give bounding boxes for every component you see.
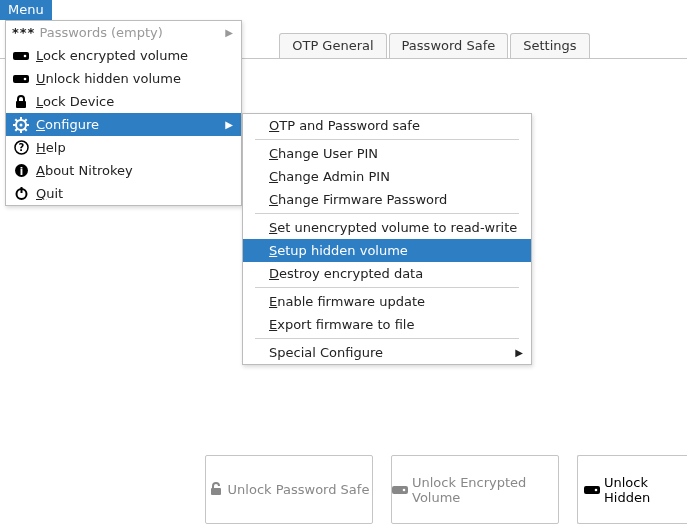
- svg-text:?: ?: [18, 142, 24, 153]
- power-icon: [12, 186, 30, 202]
- passwords-stars-icon: ***: [12, 25, 35, 40]
- submenu-set-unencrypted-rw[interactable]: Set unencrypted volume to read-write: [243, 216, 531, 239]
- info-icon: i: [12, 163, 30, 179]
- menu-separator: [255, 338, 519, 339]
- menu-label: Unlock hidden volume: [36, 71, 233, 86]
- menu-lock-encrypted[interactable]: Lock encrypted volume: [6, 44, 241, 67]
- menu-button[interactable]: Menu: [0, 0, 52, 20]
- menu-label: Setup hidden volume: [269, 243, 523, 258]
- drive-icon: [12, 71, 30, 87]
- svg-line-13: [15, 128, 17, 130]
- menu-label: Enable firmware update: [269, 294, 523, 309]
- unlock-encrypted-volume-button[interactable]: Unlock Encrypted Volume: [391, 455, 559, 524]
- menu-help[interactable]: ? Help: [6, 136, 241, 159]
- help-icon: ?: [12, 140, 30, 156]
- menu-label: Passwords (empty): [39, 25, 225, 40]
- menu-label: Destroy encrypted data: [269, 266, 523, 281]
- gear-icon: [12, 117, 30, 133]
- configure-submenu: OTP and Password safe Change User PIN Ch…: [242, 113, 532, 365]
- svg-rect-24: [584, 486, 600, 494]
- svg-point-23: [403, 488, 406, 491]
- menu-label: About Nitrokey: [36, 163, 233, 178]
- tab-settings[interactable]: Settings: [510, 33, 589, 59]
- svg-rect-21: [211, 488, 221, 495]
- button-label: Unlock Hidden: [604, 475, 687, 505]
- menu-passwords[interactable]: *** Passwords (empty) ▶: [6, 21, 241, 44]
- svg-line-11: [15, 119, 17, 121]
- menu-label: Change User PIN: [269, 146, 523, 161]
- unlock-icon: [209, 482, 224, 497]
- submenu-destroy-encrypted[interactable]: Destroy encrypted data: [243, 262, 531, 285]
- svg-point-1: [24, 54, 27, 57]
- action-button-row: Unlock Password Safe Unlock Encrypted Vo…: [205, 455, 687, 524]
- menu-label: Special Configure: [269, 345, 515, 360]
- chevron-right-icon: ▶: [515, 347, 523, 358]
- menu-label: Change Firmware Password: [269, 192, 523, 207]
- submenu-change-firmware-password[interactable]: Change Firmware Password: [243, 188, 531, 211]
- svg-rect-2: [13, 75, 29, 83]
- svg-rect-4: [16, 101, 26, 108]
- menu-label: Quit: [36, 186, 233, 201]
- menu-configure[interactable]: Configure ▶: [6, 113, 241, 136]
- tab-otp-general[interactable]: OTP General: [279, 33, 386, 59]
- lock-icon: [12, 94, 30, 110]
- submenu-otp-password-safe[interactable]: OTP and Password safe: [243, 114, 531, 137]
- drive-icon: [584, 484, 600, 496]
- menu-label: Export firmware to file: [269, 317, 523, 332]
- menu-separator: [255, 287, 519, 288]
- menu-label: Help: [36, 140, 233, 155]
- menu-label: Change Admin PIN: [269, 169, 523, 184]
- drive-icon: [392, 484, 408, 496]
- menu-unlock-hidden[interactable]: Unlock hidden volume: [6, 67, 241, 90]
- drive-icon: [12, 48, 30, 64]
- svg-line-14: [25, 119, 27, 121]
- menu-label: Configure: [36, 117, 225, 132]
- unlock-hidden-volume-button[interactable]: Unlock Hidden: [577, 455, 687, 524]
- svg-line-12: [25, 128, 27, 130]
- submenu-export-firmware[interactable]: Export firmware to file: [243, 313, 531, 336]
- menu-label: Lock encrypted volume: [36, 48, 233, 63]
- unlock-password-safe-button[interactable]: Unlock Password Safe: [205, 455, 373, 524]
- submenu-special-configure[interactable]: Special Configure ▶: [243, 341, 531, 364]
- menubar: Menu: [0, 0, 52, 20]
- main-menu-dropdown: *** Passwords (empty) ▶ Lock encrypted v…: [5, 20, 242, 206]
- menu-label: Lock Device: [36, 94, 233, 109]
- submenu-enable-firmware-update[interactable]: Enable firmware update: [243, 290, 531, 313]
- submenu-setup-hidden-volume[interactable]: Setup hidden volume: [243, 239, 531, 262]
- button-label: Unlock Password Safe: [228, 482, 370, 497]
- chevron-right-icon: ▶: [225, 119, 233, 130]
- svg-rect-0: [13, 52, 29, 60]
- svg-rect-22: [392, 486, 408, 494]
- svg-point-3: [24, 77, 27, 80]
- svg-text:i: i: [19, 166, 22, 177]
- submenu-change-admin-pin[interactable]: Change Admin PIN: [243, 165, 531, 188]
- menu-separator: [255, 213, 519, 214]
- menu-lock-device[interactable]: Lock Device: [6, 90, 241, 113]
- menu-label: OTP and Password safe: [269, 118, 523, 133]
- menu-about[interactable]: i About Nitrokey: [6, 159, 241, 182]
- submenu-change-user-pin[interactable]: Change User PIN: [243, 142, 531, 165]
- button-label: Unlock Encrypted Volume: [412, 475, 558, 505]
- svg-point-25: [595, 488, 598, 491]
- menu-label: Set unencrypted volume to read-write: [269, 220, 523, 235]
- menu-quit[interactable]: Quit: [6, 182, 241, 205]
- svg-point-6: [20, 123, 23, 126]
- tab-password-safe[interactable]: Password Safe: [389, 33, 509, 59]
- menu-separator: [255, 139, 519, 140]
- chevron-right-icon: ▶: [225, 27, 233, 38]
